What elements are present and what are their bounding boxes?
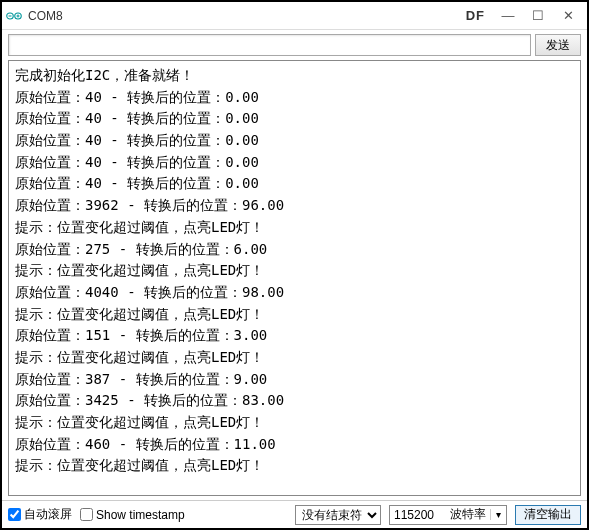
line-ending-select[interactable]: 没有结束符 xyxy=(295,505,381,525)
close-button[interactable]: ✕ xyxy=(553,5,583,27)
send-button[interactable]: 发送 xyxy=(535,34,581,56)
serial-monitor-window: COM8 DF — ☐ ✕ 发送 完成初始化I2C，准备就绪！ 原始位置：40 … xyxy=(0,0,589,530)
arduino-icon xyxy=(6,8,22,24)
send-row: 发送 xyxy=(2,30,587,60)
send-input[interactable] xyxy=(8,34,531,56)
timestamp-checkbox[interactable] xyxy=(80,508,93,521)
df-logo: DF xyxy=(466,8,485,23)
autoscroll-checkbox[interactable] xyxy=(8,508,21,521)
clear-output-button[interactable]: 清空输出 xyxy=(515,505,581,525)
baud-value[interactable] xyxy=(390,508,446,522)
minimize-button[interactable]: — xyxy=(493,5,523,27)
autoscroll-label: 自动滚屏 xyxy=(24,506,72,523)
timestamp-label: Show timestamp xyxy=(96,508,185,522)
title-bar: COM8 DF — ☐ ✕ xyxy=(2,2,587,30)
window-title: COM8 xyxy=(28,9,63,23)
window-controls: — ☐ ✕ xyxy=(493,5,583,27)
baud-select[interactable]: 波特率 ▾ xyxy=(389,505,507,525)
maximize-button[interactable]: ☐ xyxy=(523,5,553,27)
serial-output[interactable]: 完成初始化I2C，准备就绪！ 原始位置：40 - 转换后的位置：0.00 原始位… xyxy=(8,60,581,496)
bottom-bar: 自动滚屏 Show timestamp 没有结束符 波特率 ▾ 清空输出 xyxy=(2,500,587,528)
chevron-down-icon[interactable]: ▾ xyxy=(490,509,506,520)
baud-label: 波特率 xyxy=(446,506,490,523)
timestamp-checkbox-wrap[interactable]: Show timestamp xyxy=(80,508,185,522)
autoscroll-checkbox-wrap[interactable]: 自动滚屏 xyxy=(8,506,72,523)
